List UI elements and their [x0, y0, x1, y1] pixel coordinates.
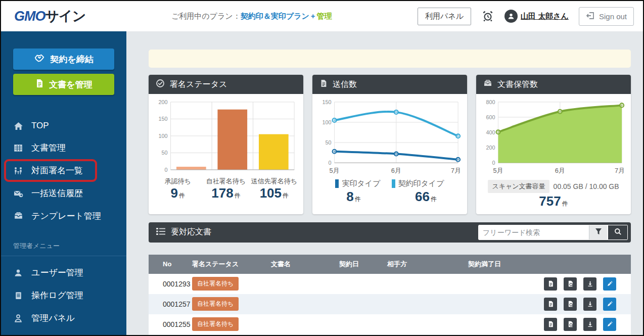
- row-no: 0001255: [149, 320, 192, 328]
- document-storage-card: 文書保管数 02004006008005月6月7月 スキャン文書容量 00.05…: [476, 75, 631, 214]
- document-detail-button[interactable]: [544, 277, 557, 291]
- status-badge: 自社署名待ち: [192, 317, 239, 331]
- table-header-row: No 署名ステータス 文書名 契約日 相手方 契約満了日: [149, 255, 631, 274]
- stat-recipient-signature-waiting: 送信先署名待ち 105件: [250, 177, 298, 201]
- svg-text:5月: 5月: [493, 167, 503, 174]
- gmo-sign-dashboard: GMOサイン ご利用中のプラン：契約印＆実印プラン+管理 利用パネル 山田: [0, 0, 644, 336]
- alarm-clock-icon[interactable]: [481, 10, 494, 23]
- search-button[interactable]: [607, 225, 627, 239]
- sidebar-item-label: 一括送信履歴: [31, 187, 83, 199]
- table-row[interactable]: 0001255 自社署名待ち: [149, 314, 631, 334]
- row-status: 自社署名待ち: [192, 317, 271, 331]
- list-icon: [156, 227, 166, 238]
- document-icon: [35, 79, 44, 90]
- stat-value: 8: [346, 189, 353, 204]
- signature-status-stats: 承認待ち 9件 自社署名待ち 178件 送信先署名待ち 105件: [154, 177, 298, 201]
- svg-text:50: 50: [326, 139, 332, 146]
- svg-text:150: 150: [323, 99, 332, 105]
- preview-button[interactable]: [564, 277, 577, 291]
- row-actions: [544, 318, 632, 331]
- admin-nav: ユーザー管理 操作ログ管理 管理パネル: [1, 261, 126, 329]
- user-name-link[interactable]: 山田 太郎さん: [521, 12, 569, 21]
- document-detail-button[interactable]: [544, 298, 557, 311]
- status-badge: 自社署名待ち: [192, 297, 239, 311]
- document-storage-header: 文書保管数: [476, 75, 631, 94]
- download-button[interactable]: [583, 318, 596, 331]
- stat-unit: 件: [562, 200, 568, 207]
- svg-text:7月: 7月: [615, 167, 625, 174]
- document-detail-button[interactable]: [544, 318, 557, 331]
- stat-value: 757: [539, 194, 561, 209]
- manage-documents-button[interactable]: 文書を管理: [13, 74, 114, 95]
- sign-out-button[interactable]: Sign out: [579, 7, 634, 26]
- search-icon: [614, 228, 622, 237]
- svg-text:0: 0: [329, 160, 332, 166]
- preview-button[interactable]: [564, 298, 577, 311]
- conclude-contract-button[interactable]: 契約を締結: [13, 49, 114, 70]
- svg-text:100: 100: [159, 133, 168, 139]
- admin-menu-section-label: 管理者メニュー: [1, 227, 126, 256]
- signature-status-card: 署名ステータス 050100150200 承認待ち 9件 自社署名待ち 178件: [149, 75, 303, 214]
- sign-button[interactable]: [603, 277, 616, 291]
- svg-text:100: 100: [323, 119, 332, 125]
- svg-text:5月: 5月: [330, 167, 340, 174]
- svg-text:6月: 6月: [391, 167, 401, 174]
- bulk-send-icon: [13, 188, 23, 199]
- action-required-table: No 署名ステータス 文書名 契約日 相手方 契約満了日 0001293 自社署…: [149, 255, 631, 335]
- stat-label: 承認待ち: [154, 177, 202, 186]
- summary-cards: 署名ステータス 050100150200 承認待ち 9件 自社署名待ち 178件: [149, 75, 631, 214]
- table-row[interactable]: 0001257 自社署名待ち: [149, 294, 631, 314]
- stat-unit: 件: [179, 192, 185, 199]
- legend-label: 契約印タイプ: [398, 179, 444, 188]
- main-nav: TOP 文書管理 対面署名一覧: [1, 115, 126, 227]
- sign-button[interactable]: [603, 298, 616, 311]
- legend-item-jitsuin: 実印タイプ: [335, 179, 380, 188]
- svg-text:6月: 6月: [555, 167, 565, 174]
- sidebar-item-face-to-face-signature-list[interactable]: 対面署名一覧: [4, 159, 97, 182]
- svg-text:800: 800: [486, 99, 495, 105]
- document-storage-area-chart: 02004006008005月6月7月: [481, 98, 626, 176]
- sidebar-item-user-management[interactable]: ユーザー管理: [1, 261, 126, 284]
- sign-button[interactable]: [603, 318, 616, 331]
- sidebar-item-admin-panel[interactable]: 管理パネル: [1, 307, 126, 329]
- signature-status-body: 050100150200 承認待ち 9件 自社署名待ち 178件: [149, 94, 303, 206]
- download-button[interactable]: [583, 277, 596, 291]
- sent-count-body: 0501001505月6月7月 実印タイプ 契約印タイプ: [312, 94, 467, 210]
- filter-button[interactable]: [589, 225, 607, 239]
- manage-documents-label: 文書を管理: [49, 79, 92, 90]
- legend-item-keiyakuin: 契約印タイプ: [392, 179, 444, 188]
- col-document-name: 文書名: [271, 260, 339, 269]
- legend-swatch: [392, 179, 395, 188]
- sent-count-legend: 実印タイプ 契約印タイプ: [317, 179, 462, 188]
- preview-button[interactable]: [564, 318, 577, 331]
- scan-storage-value: 00.05 GB / 10.00 GB: [554, 182, 619, 190]
- sidebar-divider: [1, 256, 126, 256]
- signature-status-bar-chart: 050100150200: [154, 98, 298, 176]
- plan-plus: +: [311, 12, 315, 20]
- svg-text:0: 0: [165, 167, 168, 173]
- sidebar-item-template-management[interactable]: テンプレート管理: [1, 205, 126, 227]
- facing-people-icon: [13, 166, 23, 176]
- usage-panel-button[interactable]: 利用パネル: [418, 8, 471, 25]
- signature-status-header: 署名ステータス: [149, 75, 303, 94]
- log-clipboard-icon: [13, 291, 23, 300]
- sidebar-item-operation-log[interactable]: 操作ログ管理: [1, 284, 126, 307]
- table-row[interactable]: [149, 334, 631, 335]
- plan-admin: 管理: [317, 12, 332, 20]
- table-row[interactable]: 0001293 自社署名待ち: [149, 274, 631, 294]
- top-header: GMOサイン ご利用中のプラン：契約印＆実印プラン+管理 利用パネル 山田: [1, 1, 643, 31]
- svg-text:0: 0: [492, 160, 495, 166]
- svg-text:50: 50: [162, 150, 168, 156]
- user-menu[interactable]: 山田 太郎さん: [504, 10, 569, 23]
- card-title: 送信数: [333, 79, 357, 90]
- keyword-search-input[interactable]: [479, 225, 589, 239]
- sidebar-item-top[interactable]: TOP: [1, 115, 126, 136]
- gmo-sign-logo[interactable]: GMOサイン: [14, 7, 85, 25]
- sidebar-item-document-management[interactable]: 文書管理: [1, 136, 126, 159]
- sign-out-label: Sign out: [599, 12, 627, 21]
- download-button[interactable]: [583, 298, 596, 311]
- stat-stored-documents: 757件: [481, 194, 626, 209]
- body: 契約を締結 文書を管理 TOP 文: [1, 31, 643, 335]
- archive-box-icon: [483, 79, 492, 90]
- sidebar-item-bulk-send-history[interactable]: 一括送信履歴: [1, 182, 126, 205]
